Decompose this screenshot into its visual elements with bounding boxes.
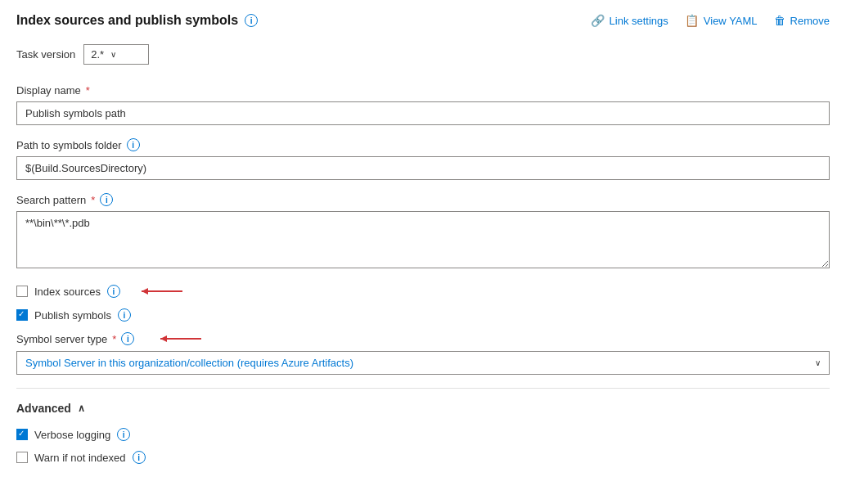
view-yaml-button[interactable]: 📋 View YAML	[685, 14, 758, 27]
advanced-label: Advanced	[16, 402, 71, 415]
svg-marker-1	[142, 288, 148, 295]
symbol-server-type-dropdown[interactable]: Symbol Server in this organization/colle…	[16, 351, 830, 375]
index-sources-row: Index sources i	[16, 284, 830, 299]
yaml-icon: 📋	[685, 14, 699, 27]
advanced-header[interactable]: Advanced ∧	[16, 402, 830, 415]
path-to-symbols-group: Path to symbols folder i	[16, 138, 830, 180]
warn-not-indexed-checkbox[interactable]	[16, 452, 28, 463]
link-icon: 🔗	[591, 14, 605, 27]
view-yaml-label: View YAML	[704, 15, 758, 27]
advanced-divider	[16, 388, 830, 389]
link-settings-button[interactable]: 🔗 Link settings	[591, 14, 668, 27]
display-name-input[interactable]	[16, 101, 830, 125]
index-sources-label[interactable]: Index sources	[34, 286, 101, 298]
header: Index sources and publish symbols i 🔗 Li…	[16, 13, 830, 28]
search-pattern-group: Search pattern * i	[16, 193, 830, 271]
svg-marker-3	[160, 335, 167, 342]
warn-not-indexed-row: Warn if not indexed i	[16, 451, 830, 464]
remove-label: Remove	[790, 15, 830, 27]
search-pattern-info-icon[interactable]: i	[100, 193, 113, 206]
task-version-select[interactable]: 2.* ∨	[83, 44, 149, 65]
index-sources-checkbox[interactable]	[16, 286, 28, 297]
search-pattern-required: *	[91, 194, 95, 206]
index-sources-arrow	[133, 284, 191, 299]
verbose-logging-label[interactable]: Verbose logging	[34, 429, 110, 441]
remove-button[interactable]: 🗑 Remove	[774, 14, 830, 27]
search-pattern-textarea[interactable]	[16, 211, 830, 268]
task-version-row: Task version 2.* ∨	[16, 44, 830, 65]
page-container: Index sources and publish symbols i 🔗 Li…	[0, 0, 846, 487]
header-actions: 🔗 Link settings 📋 View YAML 🗑 Remove	[591, 14, 830, 27]
header-left: Index sources and publish symbols i	[16, 13, 258, 28]
display-name-label: Display name *	[16, 84, 830, 97]
task-version-label: Task version	[16, 48, 75, 61]
symbol-server-arrow-svg	[152, 331, 209, 346]
trash-icon: 🗑	[774, 14, 785, 27]
advanced-chevron-up-icon: ∧	[78, 403, 85, 414]
verbose-logging-info-icon[interactable]: i	[117, 428, 130, 441]
publish-symbols-label[interactable]: Publish symbols	[34, 309, 111, 322]
path-to-symbols-input[interactable]	[16, 156, 830, 180]
verbose-logging-row: Verbose logging i	[16, 428, 830, 441]
symbol-server-required: *	[112, 333, 116, 345]
symbol-server-info-icon[interactable]: i	[121, 332, 134, 345]
publish-symbols-row: Publish symbols i	[16, 308, 830, 322]
verbose-logging-checkbox[interactable]	[16, 429, 28, 440]
index-sources-info-icon[interactable]: i	[107, 285, 120, 298]
symbol-server-arrow	[152, 331, 209, 346]
path-to-symbols-label: Path to symbols folder i	[16, 138, 830, 151]
path-info-icon[interactable]: i	[127, 138, 140, 151]
chevron-down-icon: ∨	[110, 50, 116, 59]
title-info-icon[interactable]: i	[245, 14, 258, 27]
link-settings-label: Link settings	[610, 15, 668, 27]
symbol-server-type-group: Symbol server type * i Symbol Server in …	[16, 331, 830, 375]
publish-symbols-checkbox[interactable]	[16, 309, 28, 321]
arrow-indicator-svg	[133, 284, 191, 299]
page-title: Index sources and publish symbols	[16, 13, 238, 28]
symbol-server-type-value: Symbol Server in this organization/colle…	[25, 357, 353, 369]
display-name-group: Display name *	[16, 84, 830, 125]
display-name-required: *	[86, 84, 90, 97]
warn-not-indexed-info-icon[interactable]: i	[133, 451, 146, 464]
task-version-value: 2.*	[91, 48, 104, 61]
warn-not-indexed-label[interactable]: Warn if not indexed	[34, 452, 126, 464]
advanced-section: Advanced ∧ Verbose logging i Warn if not…	[16, 402, 830, 464]
search-pattern-label: Search pattern * i	[16, 193, 830, 206]
symbol-server-type-label: Symbol server type * i	[16, 331, 830, 346]
publish-symbols-info-icon[interactable]: i	[118, 308, 131, 322]
dropdown-chevron-icon: ∨	[815, 358, 821, 367]
